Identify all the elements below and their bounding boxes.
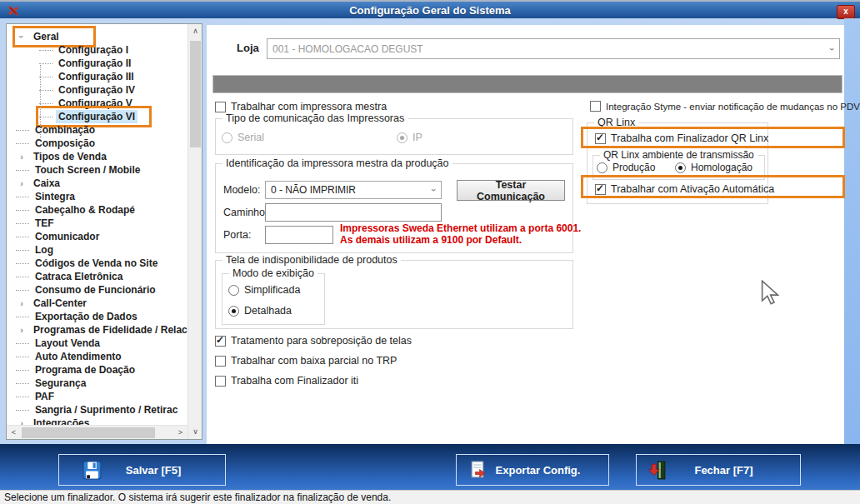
tree-item-label[interactable]: TEF [32,217,57,230]
tree-item-log[interactable]: Log [7,243,188,257]
modelo-select[interactable]: 0 - NÃO IMPRIMIR › [265,181,442,199]
tree-item-combinacao[interactable]: Combinação [7,123,188,137]
radio-homologacao[interactable]: Homologação [675,162,752,173]
tree-item-tipos-de-venda[interactable]: ›Tipos de Venda [7,150,188,163]
tree-item-configuracao-ii[interactable]: Configuração II [7,57,188,70]
checkbox-impressora-mestra[interactable]: Trabalhar com impressora mestra [215,101,387,112]
tree-item-composicao[interactable]: Composição [7,137,188,150]
testar-comunicacao-button[interactable]: Testar Comunicação [457,180,565,201]
tree-item-paf[interactable]: PAF [7,390,188,403]
tree-item-programa-de-doacao[interactable]: Programa de Doação [7,363,188,377]
chevron-right-icon[interactable]: › [16,325,28,335]
radio-circle[interactable] [675,162,686,173]
horizontal-scroll-thumb[interactable] [22,427,155,438]
store-select[interactable]: 001 - HOMOLOGACAO DEGUST › [267,38,840,59]
checkbox-box[interactable] [215,356,226,367]
tree-item-configuracao-iii[interactable]: Configuração III [7,70,188,83]
radio-circle[interactable] [597,162,608,173]
tree-item-label[interactable]: Composição [32,137,98,150]
tree-item-label[interactable]: Sangria / Suprimento / Retirac [32,403,180,417]
tree-item-label[interactable]: Catraca Eletrônica [32,270,125,283]
porta-input[interactable] [265,226,333,244]
salvar-button[interactable]: Salvar [F5] [58,454,226,486]
tree-item-label[interactable]: Call-Center [31,297,89,310]
tree-item-label[interactable]: Programa de Doação [32,363,138,377]
close-icon[interactable]: x [837,5,855,19]
chevron-down-icon[interactable]: › [17,31,27,42]
chevron-down-icon[interactable]: › [429,188,439,192]
tree-item-seguranca[interactable]: Segurança [7,377,188,390]
chevron-down-icon[interactable]: › [828,47,838,51]
scroll-up-icon[interactable]: ∧ [188,24,202,38]
chevron-right-icon[interactable]: › [16,152,28,162]
exportar-config-button[interactable]: Exportar Config. [456,454,609,486]
tree-item-call-center[interactable]: ›Call-Center [7,297,188,310]
chevron-right-icon[interactable]: › [16,418,28,425]
tree-item-label[interactable]: Exportação de Dados [32,310,140,323]
tree-horizontal-scrollbar[interactable]: < > [7,425,188,439]
tree-vertical-scrollbar[interactable]: ∧ ∨ [188,24,202,439]
checkbox-box[interactable] [215,376,226,387]
checkbox-baixa-parcial-trp[interactable]: Trabalhar com baixa parcial no TRP [215,355,397,367]
checkbox-box[interactable] [215,102,226,112]
checkbox-box[interactable] [590,101,601,112]
tree-item-label[interactable]: Log [32,243,56,257]
tree-item-label[interactable]: Configuração VI [56,110,138,123]
radio-simplificada[interactable]: Simplificada [228,284,300,296]
tree-item-label[interactable]: Auto Atendimento [32,350,124,363]
tree-item-touch-screen-mobile[interactable]: Touch Screen / Mobile [7,163,188,177]
checkbox-finalizador-qr-linx[interactable]: Trabalha com Finalizador QR Linx [595,132,768,144]
tree-item-label[interactable]: Touch Screen / Mobile [32,163,142,177]
tree-item-label[interactable]: Configuração I [56,43,131,57]
radio-detalhada[interactable]: Detalhada [228,305,292,317]
chevron-right-icon[interactable]: › [16,298,28,308]
tree-item-label[interactable]: Consumo de Funcionário [32,283,158,297]
tree-item-cabecalho-rodape[interactable]: Cabeçalho & Rodapé [7,203,188,217]
radio-circle[interactable] [228,306,239,317]
tree-item-codigos-de-venda-no-site[interactable]: Códigos de Venda no Site [7,257,188,270]
scroll-down-icon[interactable]: ∨ [188,425,202,439]
checkbox-integracao-styme[interactable]: Integração Styme - enviar notificação de… [590,101,860,112]
chevron-right-icon[interactable]: › [16,178,28,188]
tree-item-exportacao-de-dados[interactable]: Exportação de Dados [7,310,188,323]
tree-item-label[interactable]: Configuração IV [56,83,138,97]
tree-item-label[interactable]: Comunicador [32,230,102,243]
vertical-scroll-thumb[interactable] [190,41,201,147]
tree-item-label[interactable]: Configuração II [56,57,133,70]
radio-circle[interactable] [397,132,408,143]
tree-item-label[interactable]: Caixa [31,177,62,190]
tree-item-catraca-eletronica[interactable]: Catraca Eletrônica [7,270,188,283]
tree-item-label[interactable]: Geral [31,30,62,43]
tree-item-label[interactable]: Sintegra [32,190,78,203]
tree-item-label[interactable]: Segurança [32,377,88,390]
tree-item-label[interactable]: Layout Venda [32,337,102,350]
scroll-right-icon[interactable]: > [173,426,188,440]
tree-item-sangria-suprimento-retirada[interactable]: Sangria / Suprimento / Retirac [7,403,188,417]
tree-item-configuracao-iv[interactable]: Configuração IV [7,83,188,97]
tree-item-consumo-de-funcionario[interactable]: Consumo de Funcionário [7,283,188,297]
radio-circle[interactable] [228,285,239,296]
tree-item-label[interactable]: Combinação [32,123,98,137]
tree-item-label[interactable]: Programas de Fidelidade / Relac [31,323,188,337]
tree-item-geral[interactable]: ›Geral [7,30,188,43]
checkbox-box[interactable] [595,184,606,195]
tree-item-configuracao-vi[interactable]: Configuração VI [7,110,188,123]
tree-item-label[interactable]: Configuração III [56,70,137,83]
fechar-button[interactable]: Fechar [F7] [636,454,801,486]
tree-item-caixa[interactable]: ›Caixa [7,177,188,190]
config-tree[interactable]: ›GeralConfiguração IConfiguração IIConfi… [6,23,202,440]
checkbox-finalizador-iti[interactable]: Trabalha com Finalizador iti [215,375,358,387]
radio-circle[interactable] [222,132,232,143]
scroll-left-icon[interactable]: < [7,426,21,440]
checkbox-box[interactable] [215,336,226,347]
tree-item-tef[interactable]: TEF [7,217,188,230]
tree-item-label[interactable]: Cabeçalho & Rodapé [32,203,138,217]
caminho-input[interactable] [265,203,442,222]
tree-item-comunicador[interactable]: Comunicador [7,230,188,243]
tree-item-integracoes[interactable]: ›Integrações [7,417,188,425]
tree-item-programas-de-fidelidade[interactable]: ›Programas de Fidelidade / Relac [7,323,188,337]
checkbox-box[interactable] [595,133,606,144]
radio-serial[interactable]: Serial [222,132,264,143]
radio-ip[interactable]: IP [397,132,422,143]
tree-item-auto-atendimento[interactable]: Auto Atendimento [7,350,188,363]
